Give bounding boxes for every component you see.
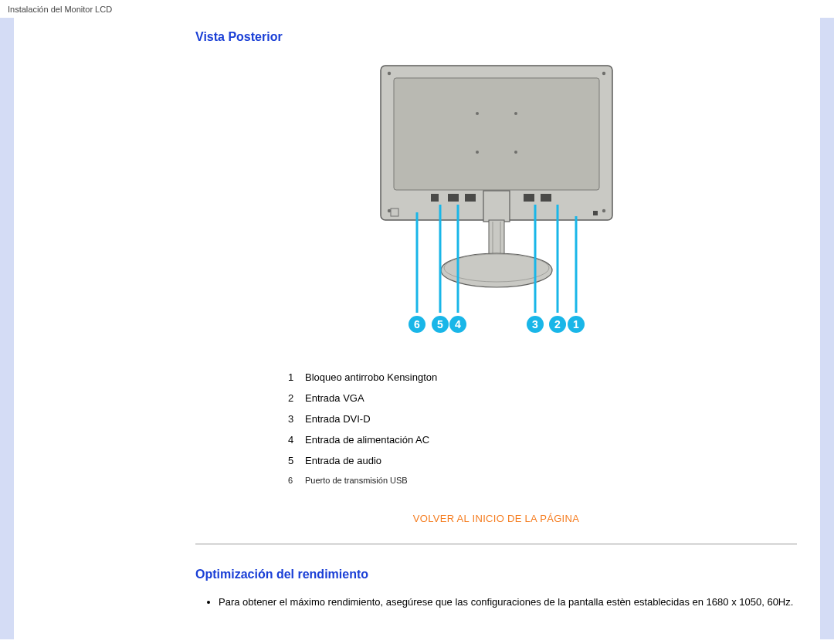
- port-desc: Entrada de alimentación AC: [305, 434, 797, 446]
- page-header: Instalación del Monitor LCD: [0, 0, 834, 17]
- divider: [195, 544, 797, 544]
- back-to-top: VOLVER AL INICIO DE LA PÁGINA: [195, 513, 797, 524]
- port-row: 2 Entrada VGA: [288, 388, 797, 408]
- port-number: 1: [288, 371, 305, 383]
- label-icon: [391, 208, 398, 216]
- svg-text:5: 5: [437, 318, 443, 330]
- svg-point-0: [387, 72, 390, 75]
- port-slot: [431, 194, 439, 202]
- monitor-panel: [394, 78, 599, 190]
- port-row: 5 Entrada de audio: [288, 450, 797, 471]
- vesa-hole-icon: [514, 112, 517, 115]
- port-row: 6 Puerto de transmisión USB: [288, 471, 797, 490]
- port-desc: Entrada DVI-D: [305, 413, 797, 425]
- port-slot: [448, 194, 459, 202]
- port-row: 4 Entrada de alimentación AC: [288, 429, 797, 450]
- port-row: 3 Entrada DVI-D: [288, 408, 797, 429]
- port-desc: Entrada VGA: [305, 392, 797, 404]
- svg-text:4: 4: [455, 318, 461, 330]
- port-slot: [465, 194, 476, 202]
- vesa-hole-icon: [514, 151, 517, 154]
- vesa-hole-icon: [476, 151, 479, 154]
- left-rail: [0, 18, 14, 639]
- port-list: 1 Bloqueo antirrobo Kensington 2 Entrada…: [288, 367, 797, 490]
- callout-badge-5: 5: [432, 316, 449, 333]
- port-number: 4: [288, 434, 305, 446]
- vesa-hole-icon: [476, 112, 479, 115]
- port-number: 3: [288, 413, 305, 425]
- port-slot: [541, 194, 551, 202]
- back-to-top-link[interactable]: VOLVER AL INICIO DE LA PÁGINA: [413, 513, 579, 524]
- callout-badge-6: 6: [409, 316, 425, 333]
- stand-neck: [489, 220, 504, 255]
- port-slot: [524, 194, 534, 202]
- port-desc: Puerto de transmisión USB: [305, 476, 797, 485]
- callout-badge-2: 2: [549, 316, 566, 333]
- svg-text:3: 3: [532, 318, 538, 330]
- right-rail: [820, 18, 834, 639]
- port-desc: Entrada de audio: [305, 455, 797, 466]
- stand-hinge: [483, 191, 510, 222]
- port-number: 5: [288, 455, 305, 466]
- content: Vista Posterior: [188, 18, 820, 639]
- left-spacer: [14, 18, 188, 639]
- svg-text:1: 1: [573, 318, 579, 330]
- section-heading-rear-view: Vista Posterior: [195, 30, 797, 44]
- header-text: Instalación del Monitor LCD: [8, 5, 112, 14]
- monitor-rear-svg: 6 5 4 3 2: [369, 58, 624, 344]
- tip-item: Para obtener el máximo rendimiento, aseg…: [219, 595, 797, 610]
- callout-badge-1: 1: [568, 316, 585, 333]
- port-row: 1 Bloqueo antirrobo Kensington: [288, 367, 797, 388]
- port-desc: Bloqueo antirrobo Kensington: [305, 371, 797, 383]
- svg-point-1: [602, 72, 605, 75]
- page-wrap: Vista Posterior: [0, 17, 834, 639]
- callout-badge-3: 3: [527, 316, 544, 333]
- port-number: 2: [288, 392, 305, 404]
- callout-badge-4: 4: [449, 316, 466, 333]
- page-footer: file:///P|/P_TranslateFile/C9/2008/1/C90…: [0, 639, 834, 644]
- rear-view-diagram: 6 5 4 3 2: [195, 58, 797, 344]
- kensington-lock-icon: [593, 211, 598, 215]
- svg-text:6: 6: [414, 318, 420, 330]
- svg-point-3: [602, 209, 605, 212]
- port-number: 6: [288, 476, 305, 485]
- optimization-tips: Para obtener el máximo rendimiento, aseg…: [219, 595, 797, 610]
- svg-text:2: 2: [554, 318, 561, 330]
- section-heading-optimization: Optimización del rendimiento: [195, 568, 797, 581]
